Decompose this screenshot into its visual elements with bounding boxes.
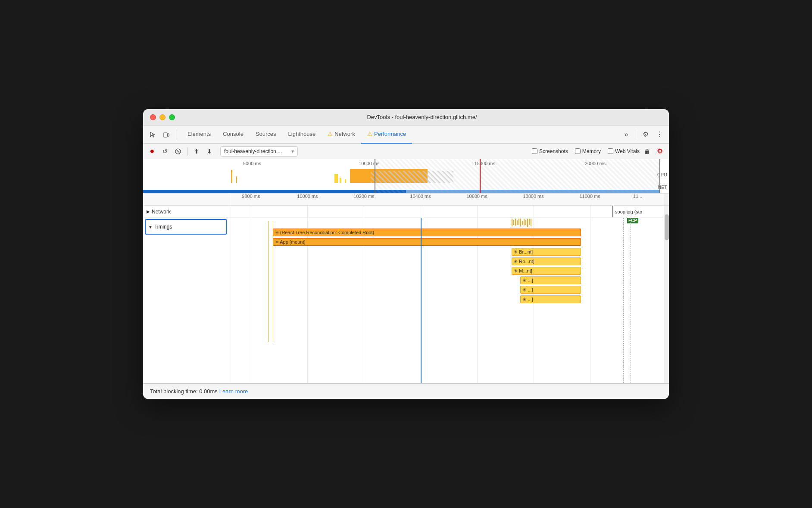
memory-checkbox-input[interactable] [575, 148, 581, 154]
tab-performance[interactable]: ⚠ Performance [361, 125, 412, 144]
overview-selection-overlay [375, 159, 660, 193]
screenshots-checkbox[interactable]: Screenshots [532, 148, 568, 154]
time-10400: 10400 ms [410, 194, 431, 199]
tab-elements[interactable]: Elements [181, 125, 217, 144]
timings-content: ✳ (React Tree Reconciliation: Completed … [229, 218, 664, 383]
url-dropdown-icon: ▾ [291, 148, 294, 154]
svg-rect-0 [164, 133, 167, 137]
dots2-bar[interactable]: ✳ ...] [520, 286, 581, 294]
download-profile-button[interactable]: ⬇ [204, 146, 215, 157]
record-button[interactable]: ● [147, 146, 158, 157]
overview-left-border [375, 159, 375, 193]
network-track-row[interactable]: ▶ Network [143, 206, 229, 218]
tabs: Elements Console Sources Lighthouse ⚠ Ne… [181, 125, 620, 144]
tab-bar: Elements Console Sources Lighthouse ⚠ Ne… [143, 125, 669, 144]
status-text: Total blocking time: 0.00ms [150, 388, 218, 395]
title-bar: DevTools - foul-heavenly-direction.glitc… [143, 109, 669, 125]
reload-record-button[interactable]: ↺ [159, 146, 171, 157]
toolbar-checkboxes: Screenshots Memory Web Vitals [532, 148, 640, 154]
time-11000: 11000 ms [579, 194, 600, 199]
timings-track-row[interactable]: ▼ Timings [145, 219, 227, 235]
clear-button[interactable] [172, 146, 184, 157]
ruler-right: 9800 ms 10000 ms 10200 ms 10400 ms 10600… [229, 194, 664, 205]
timeline-container: 5000 ms 10000 ms 15000 ms 20000 ms [143, 159, 669, 399]
settings-button[interactable]: ⚙ [640, 129, 652, 141]
ruler-scrollbar [664, 194, 669, 205]
overview-time-5000: 5000 ms [243, 161, 261, 166]
overview-net-selection [143, 190, 406, 193]
tab-bar-tools [147, 129, 178, 141]
net-label: NET [658, 185, 667, 190]
close-button[interactable] [150, 114, 156, 120]
ruler-left [143, 194, 229, 205]
status-bar: Total blocking time: 0.00ms Learn more [143, 383, 669, 399]
web-vitals-checkbox-input[interactable] [608, 148, 613, 154]
small-ticks [512, 219, 607, 227]
toolbar-divider-1 [187, 147, 187, 156]
memory-checkbox[interactable]: Memory [575, 148, 601, 154]
timings-arrow: ▼ [148, 225, 153, 229]
performance-warning-icon: ⚠ [367, 131, 372, 137]
network-arrow: ▶ [147, 209, 150, 214]
screenshots-checkbox-input[interactable] [532, 148, 537, 154]
fp-dashed-line [623, 218, 624, 383]
capture-settings-button[interactable]: ⚙ [654, 146, 665, 157]
web-vitals-checkbox[interactable]: Web Vitals [608, 148, 640, 154]
svg-rect-1 [168, 134, 169, 136]
time-10600: 10600 ms [466, 194, 487, 199]
flame-chart-area[interactable]: soop.jpg (sto [229, 206, 664, 383]
minimize-button[interactable] [159, 114, 166, 120]
tab-bar-right: » ⚙ ⋮ [620, 129, 665, 141]
tab-divider [176, 129, 176, 140]
time-ruler: 9800 ms 10000 ms 10200 ms 10400 ms 10600… [143, 194, 669, 206]
device-toolbar-button[interactable] [160, 129, 172, 141]
more-options-button[interactable]: ⋮ [653, 129, 665, 141]
devtools-window: DevTools - foul-heavenly-direction.glitc… [143, 109, 669, 399]
tab-network[interactable]: ⚠ Network [322, 125, 361, 144]
time-10800: 10800 ms [523, 194, 543, 199]
scrollbar-thumb[interactable] [665, 214, 669, 240]
tab-lighthouse[interactable]: Lighthouse [282, 125, 322, 144]
inspect-element-button[interactable] [147, 129, 159, 141]
vertical-scrollbar[interactable] [664, 206, 669, 383]
react-reconciliation-bar[interactable]: ✳ (React Tree Reconciliation: Completed … [273, 229, 581, 236]
app-mount-bar[interactable]: ✳ App [mount] [273, 238, 581, 246]
timing-bar-small-1 [269, 221, 269, 342]
cpu-label: CPU [657, 172, 667, 177]
network-warning-icon: ⚠ [328, 131, 333, 137]
clear-recordings-button[interactable]: 🗑 [641, 146, 653, 157]
left-panel: ▶ Network ▼ Timings [143, 206, 229, 383]
upload-profile-button[interactable]: ⬆ [191, 146, 202, 157]
maximize-button[interactable] [169, 114, 175, 120]
m-nt-bar[interactable]: ✳ M...nt] [512, 267, 581, 275]
overview-timeline[interactable]: 5000 ms 10000 ms 15000 ms 20000 ms [143, 159, 669, 194]
tab-sources[interactable]: Sources [250, 125, 282, 144]
window-title: DevTools - foul-heavenly-direction.glitc… [182, 114, 662, 120]
time-10200: 10200 ms [353, 194, 374, 199]
more-tabs-button[interactable]: » [620, 129, 632, 141]
tab-console[interactable]: Console [217, 125, 250, 144]
detail-area: 9800 ms 10000 ms 10200 ms 10400 ms 10600… [143, 194, 669, 383]
traffic-lights [150, 114, 175, 120]
time-9800: 9800 ms [242, 194, 260, 199]
ro-nt-bar[interactable]: ✳ Ro...nt] [512, 257, 581, 265]
performance-toolbar: ● ↺ ⬆ ⬇ foul-heavenly-direction.... ▾ Sc… [143, 144, 669, 159]
right-divider [636, 129, 636, 140]
dots1-bar[interactable]: ✳ ...] [520, 276, 581, 284]
time-10000: 10000 ms [297, 194, 318, 199]
dots3-bar[interactable]: ✳ ...] [520, 295, 581, 303]
url-text: foul-heavenly-direction.... [224, 148, 290, 154]
svg-line-3 [177, 150, 179, 153]
time-11plus: 11... [633, 194, 642, 199]
overview-red-marker [480, 159, 481, 193]
network-row-content [229, 206, 664, 218]
br-nt-bar[interactable]: ✳ Br...nt] [512, 248, 581, 256]
selection-line [421, 218, 422, 383]
fcp-dashed-line [631, 218, 631, 383]
url-selector[interactable]: foul-heavenly-direction.... ▾ [220, 146, 298, 157]
learn-more-link[interactable]: Learn more [219, 388, 248, 395]
fcp-badge: FCP [627, 218, 638, 223]
rows-area: ▶ Network ▼ Timings [143, 206, 669, 383]
